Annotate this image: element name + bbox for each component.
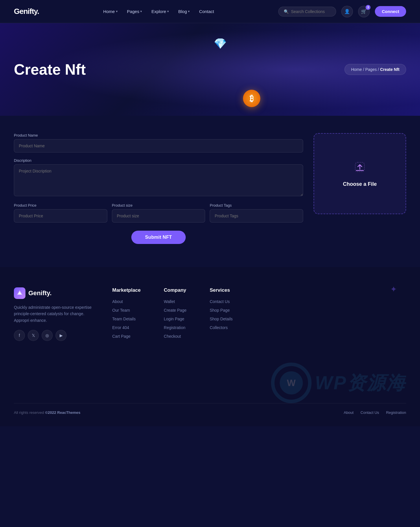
watermark-area: W WP资源海 xyxy=(14,357,406,403)
marketplace-error404[interactable]: Error 404 xyxy=(112,325,129,330)
company-registration[interactable]: Registration xyxy=(164,325,185,330)
hero-content: Create Nft xyxy=(14,61,86,78)
search-input[interactable] xyxy=(291,9,331,14)
nav-item-explore[interactable]: Explore ▾ xyxy=(151,9,169,14)
list-item: Wallet xyxy=(164,299,187,304)
marketplace-heading: Marketplace xyxy=(112,287,141,293)
search-icon: 🔍 xyxy=(284,9,289,14)
list-item: Shop Page xyxy=(210,308,233,313)
description-group: Discription xyxy=(14,158,303,197)
list-item: Login Page xyxy=(164,316,187,322)
nav-item-blog[interactable]: Blog ▾ xyxy=(178,9,190,14)
social-links: f 𝕏 ◎ ▶ xyxy=(14,330,95,341)
services-collectors[interactable]: Collectors xyxy=(210,325,228,330)
submit-nft-button[interactable]: Submit NFT xyxy=(131,231,186,244)
chevron-down-icon: ▾ xyxy=(188,10,190,13)
services-links: Contact Us Shop Page Shop Details Collec… xyxy=(210,299,233,330)
product-price-label: Product Price xyxy=(14,203,107,208)
twitter-icon: 𝕏 xyxy=(32,333,35,338)
nav-links: Home ▾ Pages ▾ Explore ▾ Blog ▾ Contact xyxy=(103,9,214,14)
product-price-group: Product Price xyxy=(14,203,107,223)
product-size-label: Product size xyxy=(112,203,205,208)
description-input[interactable] xyxy=(14,164,303,196)
submit-wrap: Submit NFT xyxy=(14,231,303,244)
nav-item-contact[interactable]: Contact xyxy=(199,9,214,14)
footer-bottom-contact[interactable]: Contact Us xyxy=(360,410,379,415)
breadcrumb-separator: / xyxy=(363,67,365,72)
wp-watermark: W WP资源海 xyxy=(271,363,406,403)
footer-top: Genifty. Quickly administrate open-sourc… xyxy=(14,287,406,342)
gem-decoration: 💎 xyxy=(214,38,227,50)
file-upload-area[interactable]: Choose a File xyxy=(314,133,406,214)
user-icon: 👤 xyxy=(344,9,350,14)
instagram-button[interactable]: ◎ xyxy=(42,330,53,341)
cart-icon: 🛒 xyxy=(361,9,367,14)
services-contact[interactable]: Contact Us xyxy=(210,299,230,304)
company-wallet[interactable]: Wallet xyxy=(164,299,175,304)
upload-label: Choose a File xyxy=(343,181,377,187)
product-tags-input[interactable] xyxy=(210,209,303,223)
nav-item-home[interactable]: Home ▾ xyxy=(103,9,118,14)
services-shop-page[interactable]: Shop Page xyxy=(210,308,230,313)
breadcrumb-home[interactable]: Home xyxy=(351,67,362,72)
marketplace-team-details[interactable]: Team Details xyxy=(112,317,136,321)
footer-logo: Genifty. xyxy=(14,287,95,299)
footer-col-services: Services Contact Us Shop Page Shop Detai… xyxy=(210,287,233,342)
youtube-button[interactable]: ▶ xyxy=(56,330,67,341)
form-left: Product Name Discription Product Price P… xyxy=(14,133,303,244)
star-decoration: ✦ xyxy=(390,284,397,294)
footer-bottom-registration[interactable]: Registration xyxy=(386,410,406,415)
breadcrumb: Home / Pages / Create Nft xyxy=(345,64,406,75)
company-create-page[interactable]: Create Page xyxy=(164,308,187,313)
list-item: Create Page xyxy=(164,308,187,313)
navbar: Genifty. Home ▾ Pages ▾ Explore ▾ Blog ▾… xyxy=(0,0,420,23)
footer: ✦ Genifty. Quickly administrate open-sou… xyxy=(0,267,420,426)
footer-description: Quickly administrate open-source experti… xyxy=(14,304,95,324)
connect-button[interactable]: Connect xyxy=(375,6,406,17)
page-title: Create Nft xyxy=(14,61,86,78)
footer-bottom-about[interactable]: About xyxy=(344,410,353,415)
breadcrumb-pages[interactable]: Pages xyxy=(365,67,377,72)
wp-inner: W xyxy=(280,371,303,394)
product-name-group: Product Name xyxy=(14,133,303,153)
chevron-down-icon: ▾ xyxy=(140,10,142,13)
product-size-input[interactable] xyxy=(112,209,205,223)
main-content: Product Name Discription Product Price P… xyxy=(0,116,420,267)
services-shop-details[interactable]: Shop Details xyxy=(210,317,233,321)
field-row: Product Price Product size Product Tags xyxy=(14,203,303,223)
list-item: Collectors xyxy=(210,325,233,330)
upload-icon xyxy=(353,160,367,177)
twitter-button[interactable]: 𝕏 xyxy=(28,330,39,341)
product-tags-group: Product Tags xyxy=(210,203,303,223)
youtube-icon: ▶ xyxy=(60,333,63,338)
account-button[interactable]: 👤 xyxy=(341,6,353,17)
services-heading: Services xyxy=(210,287,233,293)
product-name-input[interactable] xyxy=(14,139,303,153)
cart-button[interactable]: 🛒 3 xyxy=(358,6,370,17)
product-price-input[interactable] xyxy=(14,209,107,223)
logo[interactable]: Genifty. xyxy=(14,7,39,16)
marketplace-about[interactable]: About xyxy=(112,299,123,304)
copyright-brand: ©2022 ReacThemes xyxy=(45,410,80,415)
coin-decoration: ₿ xyxy=(243,90,260,107)
footer-columns: Marketplace About Our Team Team Details … xyxy=(112,287,406,342)
product-name-label: Product Name xyxy=(14,133,303,137)
list-item: Cart Page xyxy=(112,334,141,339)
list-item: Our Team xyxy=(112,308,141,313)
list-item: Registration xyxy=(164,325,187,330)
nav-item-pages[interactable]: Pages ▾ xyxy=(127,9,142,14)
marketplace-cart[interactable]: Cart Page xyxy=(112,334,130,339)
marketplace-our-team[interactable]: Our Team xyxy=(112,308,130,313)
facebook-button[interactable]: f xyxy=(14,330,25,341)
chevron-down-icon: ▾ xyxy=(167,10,169,13)
company-login[interactable]: Login Page xyxy=(164,317,184,321)
list-item: Contact Us xyxy=(210,299,233,304)
list-item: Team Details xyxy=(112,316,141,322)
product-size-group: Product size xyxy=(112,203,205,223)
footer-col-company: Company Wallet Create Page Login Page Re… xyxy=(164,287,187,342)
company-checkout[interactable]: Checkout xyxy=(164,334,181,339)
search-box[interactable]: 🔍 xyxy=(278,7,336,16)
instagram-icon: ◎ xyxy=(45,333,49,338)
chevron-down-icon: ▾ xyxy=(116,10,118,13)
facebook-icon: f xyxy=(19,333,20,338)
